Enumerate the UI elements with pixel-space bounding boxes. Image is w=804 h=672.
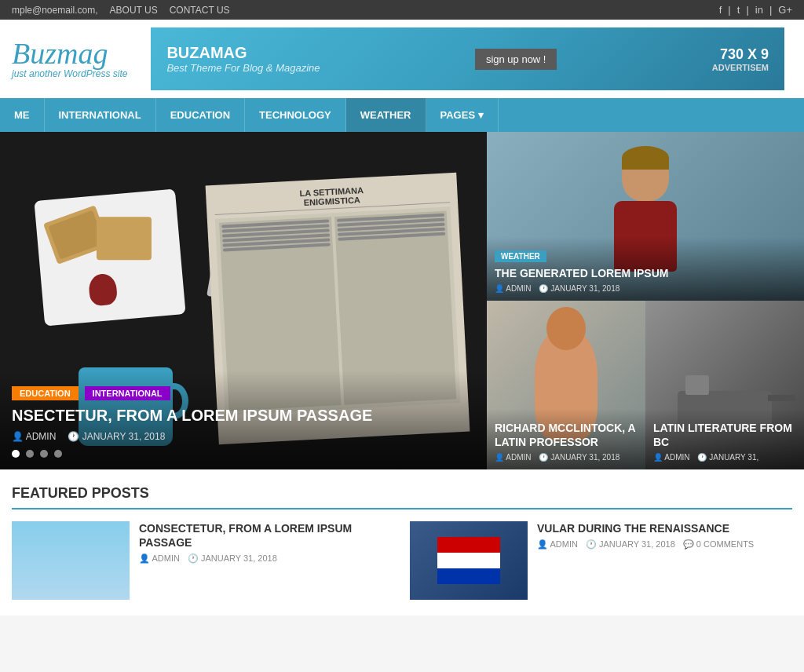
fc2-author: 👤 ADMIN (537, 539, 578, 550)
featured-content-1: CONSECTETUR, FROM A LOREM IPSUM PASSAGE … (139, 521, 394, 600)
top-bar-left: mple@noemail.com, ABOUT US CONTACT US (12, 5, 230, 16)
hero-main-author: 👤 ADMIN (12, 431, 56, 442)
divider: | (728, 4, 730, 16)
chevron-down-icon: ▾ (478, 109, 484, 121)
br-date: 🕐 JANUARY 31, (697, 453, 758, 462)
signup-button[interactable]: sign up now ! (475, 49, 557, 70)
plate (34, 188, 185, 326)
ad-title: BUZAMAG (166, 44, 320, 62)
bottom-right-title[interactable]: LATIN LITERATURE FROM BC (653, 421, 796, 449)
featured-section: FEATURED PPOSTS CONSECTETUR, FROM A LORE… (0, 469, 804, 615)
flag-image (410, 521, 528, 600)
linkedin-icon[interactable]: in (755, 4, 763, 16)
hero-main-title[interactable]: NSECTETUR, FROM A LOREM IPSUM PASSAGE (12, 407, 475, 425)
featured-grid: CONSECTETUR, FROM A LOREM IPSUM PASSAGE … (12, 521, 792, 600)
nav-item-pages[interactable]: PAGES ▾ (426, 98, 499, 132)
bl-date: 🕐 JANUARY 31, 2018 (539, 453, 619, 462)
social-links: f | t | in | G+ (719, 4, 792, 16)
hero-card-bottom-left: RICHARD MCCLINTOCK, A LATIN PROFESSOR 👤 … (487, 301, 645, 469)
facebook-icon[interactable]: f (719, 4, 722, 16)
dot-2[interactable] (26, 450, 34, 458)
bottom-right-overlay: LATIN LITERATURE FROM BC 👤 ADMIN 🕐 JANUA… (645, 409, 804, 469)
hero-section: LA SETTIMANAENIGMISTICA (0, 132, 804, 469)
svg-rect-2 (437, 568, 500, 584)
hero-main-overlay: EDUCATION INTERNATIONAL NSECTETUR, FROM … (0, 371, 487, 469)
hero-card-bottom-right: LATIN LITERATURE FROM BC 👤 ADMIN 🕐 JANUA… (645, 301, 804, 469)
featured-img-1 (12, 521, 130, 600)
slider-dots (12, 450, 475, 458)
tag-international: INTERNATIONAL (85, 386, 170, 400)
divider3: | (769, 4, 772, 16)
main-nav: ME INTERNATIONAL EDUCATION TECHNOLOGY WE… (0, 98, 804, 132)
fc1-author: 👤 ADMIN (139, 553, 180, 564)
fc2-date: 🕐 JANUARY 31, 2018 (586, 539, 675, 550)
featured-meta-1: 👤 ADMIN 🕐 JANUARY 31, 2018 (139, 553, 394, 564)
featured-title-1[interactable]: CONSECTETUR, FROM A LOREM IPSUM PASSAGE (139, 521, 394, 550)
featured-title: FEATURED PPOSTS (12, 485, 792, 509)
top-email: mple@noemail.com, (12, 5, 98, 16)
br-author: 👤 ADMIN (653, 453, 689, 462)
dot-4[interactable] (54, 450, 62, 458)
nav-item-international[interactable]: INTERNATIONAL (45, 98, 156, 132)
fc1-date: 🕐 JANUARY 31, 2018 (188, 553, 277, 564)
jam-jar (88, 272, 118, 306)
top-right-author: 👤 ADMIN (495, 284, 531, 293)
ad-right-line2: ADVERTISEM (712, 63, 769, 72)
ad-content: BUZAMAG Best Theme For Blog & Magazine (166, 44, 320, 74)
nav-item-technology[interactable]: TECHNOLOGY (245, 98, 346, 132)
nav-item-me[interactable]: ME (0, 98, 45, 132)
man-head (622, 146, 669, 201)
featured-img-2 (410, 521, 528, 600)
featured-meta-2: 👤 ADMIN 🕐 JANUARY 31, 2018 💬 0 COMMENTS (537, 539, 792, 550)
twitter-icon[interactable]: t (737, 4, 740, 16)
tag-education: EDUCATION (12, 386, 79, 400)
contact-link[interactable]: CONTACT US (170, 5, 230, 16)
featured-content-2: VULAR DURING THE RENAISSANCE 👤 ADMIN 🕐 J… (537, 521, 792, 600)
hero-main-date: 🕐 JANUARY 31, 2018 (68, 431, 165, 442)
ad-right: 730 X 9 ADVERTISEM (712, 46, 769, 72)
pages-label: PAGES (440, 109, 476, 121)
bottom-right-meta: 👤 ADMIN 🕐 JANUARY 31, (653, 453, 796, 462)
logo: Buzmag just another WordPress site (12, 38, 127, 79)
hero-main: LA SETTIMANAENIGMISTICA (0, 132, 487, 469)
featured-card-1: CONSECTETUR, FROM A LOREM IPSUM PASSAGE … (12, 521, 394, 600)
bottom-left-overlay: RICHARD MCCLINTOCK, A LATIN PROFESSOR 👤 … (487, 409, 645, 469)
featured-card-2: VULAR DURING THE RENAISSANCE 👤 ADMIN 🕐 J… (410, 521, 792, 600)
man-hair (622, 146, 669, 170)
googleplus-icon[interactable]: G+ (778, 4, 792, 16)
nav-item-weather[interactable]: WEATHER (346, 98, 426, 132)
weather-tag: WEATHER (495, 250, 546, 262)
sky-image (12, 521, 130, 600)
logo-subtitle: just another WordPress site (12, 68, 127, 79)
ad-right-line1: 730 X 9 (712, 46, 769, 63)
hero-tags: EDUCATION INTERNATIONAL (12, 386, 475, 400)
hero-bottom-row: RICHARD MCCLINTOCK, A LATIN PROFESSOR 👤 … (487, 301, 804, 469)
toast2 (97, 217, 152, 260)
hero-grid: WEATHER THE GENERATED LOREM IPSUM 👤 ADMI… (487, 132, 804, 469)
featured-title-2[interactable]: VULAR DURING THE RENAISSANCE (537, 521, 792, 535)
ad-subtitle: Best Theme For Blog & Magazine (166, 62, 320, 74)
about-link[interactable]: ABOUT US (110, 5, 158, 16)
bottom-left-meta: 👤 ADMIN 🕐 JANUARY 31, 2018 (495, 453, 638, 462)
bl-author: 👤 ADMIN (495, 453, 531, 462)
ad-banner: BUZAMAG Best Theme For Blog & Magazine s… (151, 27, 784, 90)
header: Buzmag just another WordPress site BUZAM… (0, 20, 804, 98)
top-right-meta: 👤 ADMIN 🕐 JANUARY 31, 2018 (495, 284, 796, 293)
top-right-overlay: WEATHER THE GENERATED LOREM IPSUM 👤 ADMI… (487, 236, 804, 301)
divider2: | (746, 4, 748, 16)
fc2-comments: 💬 0 COMMENTS (683, 539, 754, 550)
svg-rect-1 (437, 553, 500, 568)
hero-card-top-right: WEATHER THE GENERATED LOREM IPSUM 👤 ADMI… (487, 132, 804, 301)
top-bar: mple@noemail.com, ABOUT US CONTACT US f … (0, 0, 804, 20)
bottom-left-title[interactable]: RICHARD MCCLINTOCK, A LATIN PROFESSOR (495, 421, 638, 449)
svg-rect-0 (437, 537, 500, 553)
dot-1[interactable] (12, 450, 20, 458)
dot-3[interactable] (40, 450, 48, 458)
top-right-title[interactable]: THE GENERATED LOREM IPSUM (495, 266, 796, 280)
hero-main-meta: 👤 ADMIN 🕐 JANUARY 31, 2018 (12, 431, 475, 442)
top-right-date: 🕐 JANUARY 31, 2018 (539, 284, 619, 293)
logo-title[interactable]: Buzmag (12, 38, 127, 68)
nav-item-education[interactable]: EDUCATION (156, 98, 245, 132)
